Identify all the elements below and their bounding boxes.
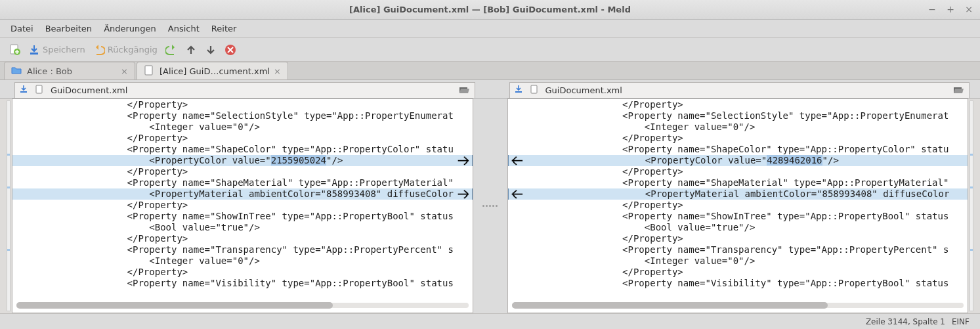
diff-view: </Property> <Property name="SelectionSty… (0, 99, 980, 313)
code-line[interactable]: <Property name="ShapeMaterial" type="App… (16, 177, 454, 188)
cursor-position: Zeile 3144, Spalte 1 (866, 317, 945, 326)
code-line[interactable]: <Property name="ShowInTree" type="App::P… (512, 211, 949, 221)
code-line[interactable]: <Property name="SelectionStyle" type="Ap… (16, 110, 454, 121)
code-line[interactable]: <Integer value="0"/> (16, 255, 260, 266)
redo-icon (165, 44, 177, 56)
save-small-icon[interactable] (514, 85, 526, 97)
next-change-button[interactable] (203, 43, 219, 57)
tab-bar: Alice : Bob × [Alice] GuiD…cument.xml × (0, 62, 980, 80)
document-icon (35, 85, 47, 97)
code-line[interactable]: </Property> (16, 233, 188, 244)
save-button[interactable]: Speichern (26, 43, 87, 57)
tab-label: Alice : Bob (27, 66, 72, 76)
save-icon (28, 44, 40, 56)
tab-label: [Alice] GuiD…cument.xml (160, 66, 270, 76)
code-line[interactable]: <Bool value="true"/> (16, 222, 260, 232)
document-icon (530, 85, 542, 97)
menu-tabs[interactable]: Reiter (206, 22, 242, 35)
status-bar: Zeile 3144, Spalte 1 EINF (0, 313, 980, 329)
title-bar: [Alice] GuiDocument.xml — [Bob] GuiDocum… (0, 0, 980, 20)
save-small-icon[interactable] (19, 85, 31, 97)
code-line[interactable]: <Integer value="0"/> (16, 121, 260, 132)
open-file-icon[interactable] (953, 85, 965, 97)
menu-bar: Datei Bearbeiten Änderungen Ansicht Reit… (0, 20, 980, 38)
code-line[interactable]: </Property> (16, 133, 188, 143)
code-line[interactable]: </Property> (512, 133, 683, 143)
code-line[interactable]: </Property> (16, 166, 188, 177)
new-comparison-button[interactable] (7, 43, 22, 57)
menu-view[interactable]: Ansicht (163, 22, 205, 35)
code-line[interactable]: </Property> (16, 267, 188, 277)
code-line[interactable]: </Property> (512, 267, 683, 277)
code-line[interactable]: <Property name="ShowInTree" type="App::P… (16, 211, 454, 221)
push-right-arrow-icon[interactable]: 🡢 (458, 188, 469, 200)
right-file-header: GuiDocument.xml (509, 82, 970, 98)
code-line[interactable]: <Bool value="true"/> (512, 222, 756, 232)
code-line[interactable]: <Integer value="0"/> (512, 121, 756, 132)
diff-line[interactable]: <PropertyMaterial ambientColor="85899340… (508, 188, 968, 200)
right-horizontal-scrollbar[interactable] (512, 300, 964, 310)
push-left-arrow-icon[interactable]: 🡠 (511, 188, 523, 200)
folder-icon (11, 65, 23, 77)
file-headers: GuiDocument.xml GuiDocument.xml (0, 80, 980, 99)
svg-rect-8 (515, 91, 522, 93)
menu-file[interactable]: Datei (5, 22, 39, 35)
undo-icon (93, 44, 105, 56)
code-line[interactable]: <Property name="SelectionStyle" type="Ap… (512, 110, 949, 121)
code-line[interactable]: <Property name="Transparency" type="App:… (512, 244, 949, 255)
close-button[interactable]: × (963, 3, 975, 15)
tab-folder-compare[interactable]: Alice : Bob × (4, 62, 135, 79)
push-right-arrow-icon[interactable]: 🡢 (458, 155, 469, 166)
tab-close-icon[interactable]: × (121, 66, 128, 76)
code-line[interactable]: <Property name="ShapeColor" type="App::P… (16, 144, 454, 154)
code-line[interactable]: </Property> (16, 200, 188, 210)
document-add-icon (9, 44, 20, 56)
menu-changes[interactable]: Änderungen (98, 22, 161, 35)
save-label: Speichern (43, 45, 85, 55)
maximize-button[interactable]: + (945, 3, 956, 15)
left-horizontal-scrollbar[interactable] (16, 300, 469, 310)
arrow-down-icon (205, 44, 217, 56)
code-line[interactable]: </Property> (512, 166, 683, 177)
tab-file-compare[interactable]: [Alice] GuiD…cument.xml × (137, 62, 288, 79)
document-icon (144, 65, 156, 77)
code-line[interactable]: </Property> (512, 233, 683, 244)
insert-mode: EINF (952, 317, 969, 326)
prev-change-button[interactable] (183, 43, 199, 57)
code-line[interactable]: <Integer value="0"/> (512, 255, 756, 266)
code-line[interactable]: </Property> (512, 200, 683, 210)
code-line[interactable]: <Property name="ShapeColor" type="App::P… (512, 144, 949, 154)
minimize-button[interactable]: − (926, 3, 938, 15)
stop-button[interactable] (223, 43, 238, 57)
toolbar: Speichern Rückgängig (0, 38, 980, 62)
svg-rect-5 (20, 91, 27, 93)
link-gutter (473, 99, 507, 313)
left-editor[interactable]: </Property> <Property name="SelectionSty… (12, 99, 473, 313)
push-left-arrow-icon[interactable]: 🡠 (511, 155, 523, 166)
code-line[interactable]: </Property> (512, 99, 683, 110)
svg-rect-9 (531, 85, 537, 93)
window-title: [Alice] GuiDocument.xml — [Bob] GuiDocum… (349, 5, 631, 14)
menu-edit[interactable]: Bearbeiten (40, 22, 97, 35)
diff-line[interactable]: <PropertyMaterial ambientColor="85899340… (12, 188, 473, 200)
tab-close-icon[interactable]: × (274, 66, 281, 76)
open-file-icon[interactable] (459, 85, 471, 97)
stop-icon (224, 44, 236, 56)
code-line[interactable]: </Property> (16, 99, 188, 110)
code-line[interactable]: <Property name="ShapeMaterial" type="App… (512, 177, 949, 188)
undo-label: Rückgängig (108, 45, 158, 55)
svg-rect-2 (30, 53, 38, 55)
right-overview-ruler[interactable] (969, 100, 973, 311)
redo-button[interactable] (163, 43, 179, 57)
diff-line[interactable]: <PropertyColor value="4289462016"/>🡠 (508, 155, 968, 166)
left-file-header: GuiDocument.xml (14, 82, 475, 98)
left-overview-ruler[interactable] (7, 100, 11, 311)
code-line[interactable]: <Property name="Transparency" type="App:… (16, 244, 454, 255)
svg-rect-4 (145, 66, 152, 75)
right-editor[interactable]: </Property> <Property name="SelectionSty… (507, 99, 969, 313)
diff-line[interactable]: <PropertyColor value="2155905024"/>🡢 (12, 155, 473, 166)
right-file-name: GuiDocument.xml (545, 85, 622, 95)
undo-button[interactable]: Rückgängig (91, 43, 160, 57)
code-line[interactable]: <Property name="Visibility" type="App::P… (16, 278, 454, 288)
code-line[interactable]: <Property name="Visibility" type="App::P… (512, 278, 949, 288)
